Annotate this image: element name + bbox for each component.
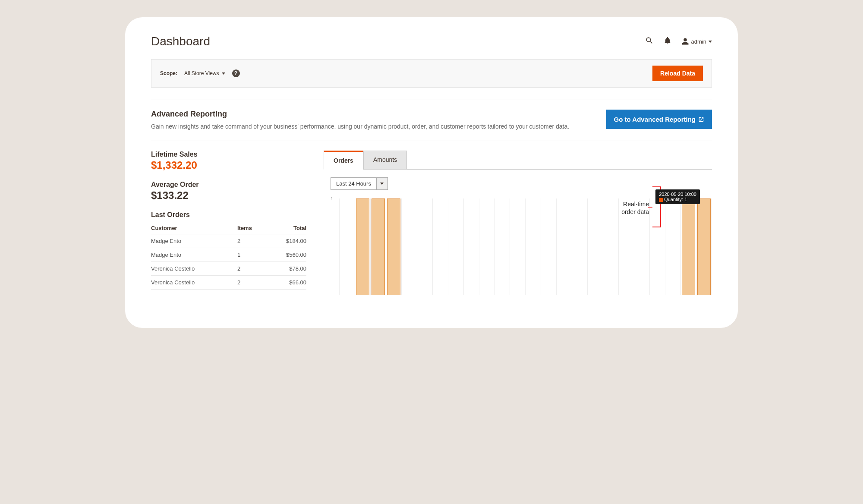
tab-orders[interactable]: Orders	[324, 151, 363, 170]
cell-items: 2	[237, 262, 266, 276]
average-order-label: Average Order	[151, 181, 306, 189]
chevron-down-icon	[377, 177, 388, 190]
advanced-btn-label: Go to Advanced Reporting	[614, 116, 696, 123]
chart-tooltip: 2020-05-20 10:00 Quantity: 1	[655, 189, 700, 204]
orders-chart: 1 Real-time order data 2020-05-20 10:00 …	[331, 196, 712, 295]
chart-column	[417, 198, 432, 295]
chart-column	[401, 198, 417, 295]
chart-column	[680, 198, 696, 295]
table-row[interactable]: Veronica Costello2$66.00	[151, 276, 306, 290]
chart-column	[463, 198, 479, 295]
external-link-icon	[698, 117, 704, 123]
chart-column	[587, 198, 603, 295]
table-row[interactable]: Madge Ento2$184.00	[151, 234, 306, 248]
chart-bar[interactable]	[387, 198, 400, 295]
scope-left: Scope: All Store Views ?	[160, 69, 240, 77]
cell-total: $184.00	[266, 234, 306, 248]
chart-column	[525, 198, 541, 295]
notifications-icon[interactable]	[663, 36, 672, 47]
time-range-value: Last 24 Hours	[331, 177, 377, 190]
chart-bar[interactable]	[697, 198, 711, 295]
chart-column	[541, 198, 556, 295]
chart-column	[448, 198, 463, 295]
chart-column	[556, 198, 572, 295]
scope-label: Scope:	[160, 70, 177, 76]
chart-column	[479, 198, 494, 295]
chart-bar[interactable]	[682, 198, 695, 295]
cell-customer: Madge Ento	[151, 234, 237, 248]
cell-total: $66.00	[266, 276, 306, 290]
main-row: Lifetime Sales $1,332.20 Average Order $…	[151, 151, 712, 295]
chart-column	[603, 198, 618, 295]
left-column: Lifetime Sales $1,332.20 Average Order $…	[151, 151, 306, 295]
go-to-advanced-reporting-button[interactable]: Go to Advanced Reporting	[606, 110, 712, 129]
chart-column	[339, 198, 355, 295]
table-header-row: Customer Items Total	[151, 222, 306, 234]
last-orders-table: Customer Items Total Madge Ento2$184.00M…	[151, 222, 306, 290]
advanced-title: Advanced Reporting	[151, 110, 593, 119]
table-row[interactable]: Madge Ento1$560.00	[151, 248, 306, 262]
cell-customer: Veronica Costello	[151, 276, 237, 290]
chart-column	[665, 198, 680, 295]
annotation-text: Real-time order data	[621, 200, 649, 216]
user-menu[interactable]: admin	[681, 38, 712, 45]
col-total: Total	[266, 222, 306, 234]
cell-items: 1	[237, 248, 266, 262]
col-items: Items	[237, 222, 266, 234]
cell-total: $78.00	[266, 262, 306, 276]
search-icon[interactable]	[645, 36, 654, 47]
advanced-reporting-section: Advanced Reporting Gain new insights and…	[151, 110, 712, 141]
header-actions: admin	[645, 36, 712, 47]
tooltip-swatch	[659, 198, 663, 202]
chart-column	[370, 198, 386, 295]
advanced-desc: Gain new insights and take command of yo…	[151, 122, 593, 131]
lifetime-sales-value: $1,332.20	[151, 159, 306, 171]
cell-customer: Madge Ento	[151, 248, 237, 262]
chevron-down-icon	[222, 72, 225, 75]
last-orders-title: Last Orders	[151, 211, 306, 219]
chart-column	[386, 198, 401, 295]
col-customer: Customer	[151, 222, 237, 234]
help-icon[interactable]: ?	[232, 69, 240, 77]
cell-items: 2	[237, 276, 266, 290]
y-axis-tick: 1	[331, 196, 333, 201]
chart-column	[696, 198, 712, 295]
advanced-left: Advanced Reporting Gain new insights and…	[151, 110, 593, 131]
scope-select[interactable]: All Store Views	[184, 70, 225, 76]
scope-bar: Scope: All Store Views ? Reload Data	[151, 59, 712, 88]
right-column: Orders Amounts Last 24 Hours 1 Real-time…	[324, 151, 712, 295]
reload-button[interactable]: Reload Data	[652, 66, 703, 81]
user-label: admin	[691, 38, 706, 45]
tab-content: Last 24 Hours 1 Real-time order data 202…	[324, 169, 712, 295]
header: Dashboard admin	[151, 35, 712, 59]
tooltip-time: 2020-05-20 10:00	[659, 192, 696, 197]
chart-column	[355, 198, 370, 295]
chevron-down-icon	[709, 41, 712, 43]
cell-customer: Veronica Costello	[151, 262, 237, 276]
chart-bar[interactable]	[372, 198, 385, 295]
chart-column	[494, 198, 510, 295]
table-row[interactable]: Veronica Costello2$78.00	[151, 262, 306, 276]
chart-column	[432, 198, 448, 295]
chart-tabs: Orders Amounts	[324, 151, 712, 169]
user-icon	[681, 38, 689, 45]
chart-column	[572, 198, 587, 295]
dashboard-card: Dashboard admin Scope: All Store Views ?	[125, 17, 738, 328]
tab-amounts[interactable]: Amounts	[363, 151, 407, 169]
tooltip-qty: Quantity: 1	[659, 197, 696, 202]
average-order-value: $133.22	[151, 189, 306, 202]
cell-items: 2	[237, 234, 266, 248]
chart-bar[interactable]	[356, 198, 369, 295]
page-title: Dashboard	[151, 35, 210, 48]
lifetime-sales-label: Lifetime Sales	[151, 151, 306, 158]
divider	[151, 100, 712, 100]
chart-column	[510, 198, 525, 295]
scope-value: All Store Views	[184, 70, 219, 76]
cell-total: $560.00	[266, 248, 306, 262]
